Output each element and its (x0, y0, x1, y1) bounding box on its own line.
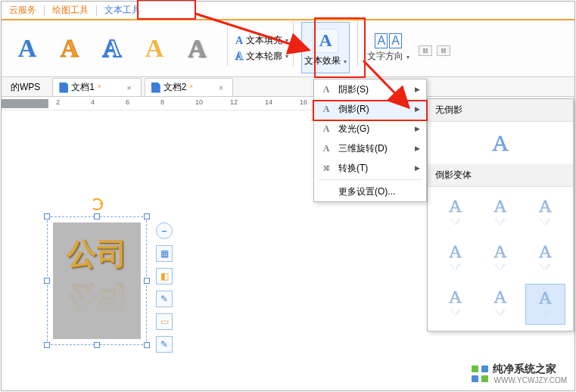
wordart-reflection: 公司 (67, 278, 127, 319)
submenu-arrow-icon: ▶ (415, 86, 420, 93)
watermark-url: WWW.YCWJZY.COM (494, 376, 567, 384)
submenu-header-none: 无倒影 (428, 99, 573, 122)
reflection-variant-4[interactable]: AA (435, 238, 475, 279)
rotate-handle[interactable] (91, 198, 103, 210)
text-fill-button[interactable]: A 文本填充 ▾ (235, 34, 288, 47)
reflection-variant-1[interactable]: AA (435, 193, 475, 234)
wordart-styles-group: A A A A A (2, 20, 223, 76)
resize-handle-tm[interactable] (94, 213, 100, 219)
dropdown-arrow-icon: ▾ (406, 54, 409, 61)
close-tab-button[interactable]: × (219, 83, 223, 92)
text-outline-button[interactable]: A 文本轮廓 ▾ (235, 50, 288, 63)
reflection-icon: A (320, 104, 332, 115)
watermark-brand: 纯净系统之家 (493, 362, 556, 375)
menu-label: 三维旋转(D) (338, 142, 388, 155)
menu-shadow[interactable]: A 阴影(S) ▶ (314, 79, 426, 99)
submenu-arrow-icon: ▶ (415, 105, 420, 113)
menu-transform[interactable]: ⤭ 转换(T) ▶ (314, 158, 426, 178)
wps-home-tab[interactable]: 的WPS (5, 79, 49, 96)
resize-handle-mr[interactable] (144, 278, 150, 284)
resize-handle-tr[interactable] (144, 213, 150, 219)
text-direction-button[interactable]: A A 文字方向 ▾ (366, 22, 411, 73)
menu-draw-tools[interactable]: 绘图工具 (45, 4, 96, 17)
menu-label: 转换(T) (338, 162, 368, 175)
reflection-variant-9[interactable]: AA (525, 284, 565, 325)
resize-handle-bm[interactable] (94, 342, 100, 348)
text-fill-icon: A (235, 35, 243, 47)
ruler-margin (2, 99, 48, 108)
reflection-variant-5[interactable]: AA (480, 238, 520, 279)
reflection-variant-7[interactable]: AA (435, 284, 475, 325)
wordart-style-5[interactable]: A (179, 30, 215, 67)
glow-icon: A (320, 123, 332, 135)
close-tab-button[interactable]: × (126, 83, 131, 92)
layout-tool-icon[interactable]: ▦ (156, 245, 173, 262)
small-tools: ⛓ ⛓ (414, 20, 450, 76)
doc-icon (151, 82, 160, 93)
annotation-highlight-1 (137, 0, 196, 20)
menu-3d-rotation[interactable]: A 三维旋转(D) ▶ (314, 138, 426, 158)
reflection-variant-6[interactable]: AA (525, 238, 565, 279)
wordart-style-2[interactable]: A (51, 30, 88, 67)
dropdown-arrow-icon: ▾ (285, 37, 288, 44)
menu-reflection[interactable]: A 倒影(R) ▶ (314, 99, 426, 119)
resize-handle-br[interactable] (144, 342, 150, 348)
menu-label: 阴影(S) (338, 83, 369, 96)
text-direction-label: 文字方向 (367, 51, 403, 61)
dropdown-arrow-icon: ▾ (285, 53, 288, 60)
ribbon-divider (293, 20, 294, 66)
resize-handle-ml[interactable] (44, 278, 50, 284)
submenu-arrow-icon: ▶ (415, 164, 420, 172)
document-tab-2[interactable]: 文档2 * × (145, 78, 233, 96)
link-icon[interactable]: ⛓ (419, 45, 432, 56)
menu-cloud[interactable]: 云服务 (2, 4, 44, 17)
ribbon-divider (227, 20, 228, 66)
resize-handle-bl[interactable] (44, 342, 50, 348)
doc-icon (59, 82, 68, 93)
menu-label: 发光(G) (338, 123, 369, 135)
brush-tool-icon[interactable]: ✎ (156, 291, 173, 307)
submenu-arrow-icon: ▶ (415, 125, 420, 132)
break-link-icon[interactable]: ⛓ (437, 45, 450, 56)
reflection-none[interactable]: A (428, 122, 573, 164)
fill-tool-icon[interactable]: ◧ (156, 268, 173, 285)
wordart-text: 公司 (67, 233, 127, 275)
rotation-icon: A (320, 143, 332, 154)
resize-handle-tl[interactable] (44, 213, 50, 219)
watermark: 纯净系统之家 WWW.YCWJZY.COM (472, 362, 567, 384)
shadow-icon: A (320, 84, 332, 95)
selected-textbox[interactable]: 公司 公司 (47, 216, 147, 345)
menu-separator (319, 179, 422, 180)
wordart-style-3[interactable]: A (94, 30, 130, 67)
watermark-logo-icon (472, 366, 488, 382)
tab-label: 文档1 (71, 81, 95, 94)
reflection-variant-3[interactable]: AA (525, 193, 565, 234)
document-tabs: 的WPS 文档1 * × 文档2 * × (2, 77, 574, 97)
text-outline-label: 文本轮廓 (246, 50, 282, 63)
submenu-arrow-icon: ▶ (415, 145, 420, 152)
reflection-variant-2[interactable]: AA (480, 193, 520, 234)
menu-label: 更多设置(O)... (338, 185, 395, 198)
ribbon: A A A A A A 文本填充 ▾ A 文本轮廓 ▾ A 文本效果 ▾ (2, 20, 574, 77)
wordart-style-4[interactable]: A (136, 30, 173, 67)
text-fill-label: 文本填充 (246, 34, 282, 47)
menu-glow[interactable]: A 发光(G) ▶ (314, 119, 426, 138)
text-effects-menu: A 阴影(S) ▶ A 倒影(R) ▶ A 发光(G) ▶ A 三维旋转(D) … (313, 79, 427, 202)
floating-toolbar: – ▦ ◧ ✎ ▭ ✎ (156, 222, 173, 353)
text-outline-icon: A (235, 51, 243, 63)
text-fill-outline-group: A 文本填充 ▾ A 文本轮廓 ▾ (232, 20, 288, 76)
star-icon: * (98, 83, 101, 92)
submenu-header-variants: 倒影变体 (428, 164, 573, 187)
collapse-button[interactable]: – (156, 222, 173, 239)
star-icon: * (189, 83, 192, 92)
reflection-variant-8[interactable]: AA (480, 284, 520, 325)
document-tab-1[interactable]: 文档1 * × (52, 78, 141, 96)
reflection-variants-grid: AA AA AA AA AA AA AA AA AA (428, 187, 573, 331)
menu-more-settings[interactable]: 更多设置(O)... (314, 182, 426, 201)
text-direction-icon: A A (375, 33, 401, 48)
wordart-style-1[interactable]: A (9, 30, 45, 67)
tab-label: 文档2 (163, 81, 187, 94)
outline-tool-icon[interactable]: ▭ (156, 313, 173, 330)
style-tool-icon[interactable]: ✎ (156, 336, 173, 353)
wordart-preview: 公司 公司 (53, 222, 141, 339)
